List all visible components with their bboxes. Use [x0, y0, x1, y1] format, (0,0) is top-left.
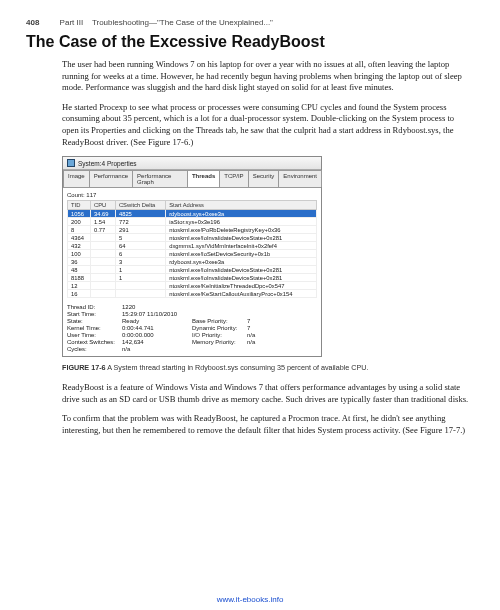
cell: 12 — [68, 282, 91, 290]
cell: 4364 — [68, 234, 91, 242]
table-row[interactable]: 1006ntoskrnl.exe!IoSetDeviceSecurity+0x1… — [68, 250, 317, 258]
label: Base Priority: — [192, 318, 247, 324]
label: Memory Priority: — [192, 339, 247, 345]
cell: 34.69 — [91, 210, 116, 218]
table-row[interactable]: 16ntoskrnl.exe!KeStartCalloutAuxiliaryPr… — [68, 290, 317, 298]
cell: 0.77 — [91, 226, 116, 234]
table-row[interactable]: 81881ntoskrnl.exe!IoInvalidateDeviceStat… — [68, 274, 317, 282]
cell: 4825 — [115, 210, 165, 218]
count-value: 117 — [86, 192, 96, 198]
cell: iaStor.sys+0x3e196 — [166, 218, 317, 226]
cell: 8 — [68, 226, 91, 234]
label: State: — [67, 318, 122, 324]
tab-threads[interactable]: Threads — [187, 170, 220, 187]
cell — [91, 290, 116, 298]
cell: ntoskrnl.exe!PoRbDeleteRegistryKey+0x36 — [166, 226, 317, 234]
table-row[interactable]: 12ntoskrnl.exe!KeInitializeThreadedDpc+0… — [68, 282, 317, 290]
app-icon — [67, 159, 75, 167]
cell: ntoskrnl.exe!IoInvalidateDeviceState+0x2… — [166, 234, 317, 242]
figure-caption: FIGURE 17-6 A System thread starting in … — [62, 363, 474, 372]
tab-tcpip[interactable]: TCP/IP — [219, 170, 248, 187]
cell: 100 — [68, 250, 91, 258]
label: User Time: — [67, 332, 122, 338]
properties-window: System:4 Properties Image Performance Pe… — [62, 156, 322, 357]
part-title: Troubleshooting—"The Case of the Unexpla… — [92, 18, 273, 27]
value: 7 — [247, 318, 277, 324]
tab-performance-graph[interactable]: Performance Graph — [132, 170, 188, 187]
value: 0:00:00.000 — [122, 332, 192, 338]
cell — [91, 258, 116, 266]
cell: rdyboost.sys+0xee3a — [166, 258, 317, 266]
cell: 291 — [115, 226, 165, 234]
cell: 1056 — [68, 210, 91, 218]
table-row[interactable]: 363rdyboost.sys+0xee3a — [68, 258, 317, 266]
window-title: System:4 Properties — [78, 160, 137, 167]
table-row[interactable]: 481ntoskrnl.exe!IoInvalidateDeviceState+… — [68, 266, 317, 274]
cell: 1 — [115, 274, 165, 282]
col-startaddr[interactable]: Start Address — [166, 201, 317, 210]
value: 15:29:07 11/10/2010 — [122, 311, 192, 317]
label: Cycles: — [67, 346, 122, 352]
table-row[interactable]: 105634.694825rdyboost.sys+0xee3a — [68, 210, 317, 218]
label: Dynamic Priority: — [192, 325, 247, 331]
cell: ntoskrnl.exe!IoSetDeviceSecurity+0x1b — [166, 250, 317, 258]
paragraph: He started Procexp to see what process o… — [62, 102, 470, 148]
cell — [91, 282, 116, 290]
paragraph: To confirm that the problem was with Rea… — [62, 413, 470, 436]
cell — [91, 234, 116, 242]
cell — [115, 290, 165, 298]
cell: 432 — [68, 242, 91, 250]
table-row[interactable]: 43264dxgmms1.sys!VidMmInterfaceInit+0x2f… — [68, 242, 317, 250]
label: Start Time: — [67, 311, 122, 317]
value: n/a — [247, 339, 277, 345]
cell: 64 — [115, 242, 165, 250]
cell — [91, 266, 116, 274]
count-label: Count: — [67, 192, 85, 198]
cell — [115, 282, 165, 290]
label: I/O Priority: — [192, 332, 247, 338]
cell: 200 — [68, 218, 91, 226]
col-cpu[interactable]: CPU — [91, 201, 116, 210]
cell — [91, 242, 116, 250]
cell — [91, 274, 116, 282]
tab-image[interactable]: Image — [63, 170, 90, 187]
col-tid[interactable]: TID — [68, 201, 91, 210]
paragraph: ReadyBoost is a feature of Windows Vista… — [62, 382, 470, 405]
cell: 3 — [115, 258, 165, 266]
cell: 6 — [115, 250, 165, 258]
cell: dxgmms1.sys!VidMmInterfaceInit+0x2fef4 — [166, 242, 317, 250]
tab-environment[interactable]: Environment — [278, 170, 322, 187]
tab-performance[interactable]: Performance — [89, 170, 133, 187]
table-row[interactable]: 80.77291ntoskrnl.exe!PoRbDeleteRegistryK… — [68, 226, 317, 234]
cell — [91, 250, 116, 258]
cell: 5 — [115, 234, 165, 242]
cell: ntoskrnl.exe!KeInitializeThreadedDpc+0x5… — [166, 282, 317, 290]
page-number: 408 — [26, 18, 39, 27]
value: n/a — [247, 332, 277, 338]
threads-panel: Count: 117 TID CPU CSwitch Delta Start A… — [63, 188, 321, 356]
cell: 772 — [115, 218, 165, 226]
cell: 8188 — [68, 274, 91, 282]
table-row[interactable]: 2001.54772iaStor.sys+0x3e196 — [68, 218, 317, 226]
tab-security[interactable]: Security — [248, 170, 280, 187]
value: n/a — [122, 346, 192, 352]
label: Thread ID: — [67, 304, 122, 310]
cell: ntoskrnl.exe!IoInvalidateDeviceState+0x2… — [166, 274, 317, 282]
cell: 48 — [68, 266, 91, 274]
cell: rdyboost.sys+0xee3a — [166, 210, 317, 218]
value: 1220 — [122, 304, 192, 310]
value: 7 — [247, 325, 277, 331]
label: Context Switches: — [67, 339, 122, 345]
table-row[interactable]: 43645ntoskrnl.exe!IoInvalidateDeviceStat… — [68, 234, 317, 242]
threads-table: TID CPU CSwitch Delta Start Address 1056… — [67, 200, 317, 298]
value: 0:00:44.741 — [122, 325, 192, 331]
value: Ready — [122, 318, 192, 324]
value: 142,634 — [122, 339, 192, 345]
tab-strip: Image Performance Performance Graph Thre… — [63, 170, 321, 188]
caption-text: A System thread starting in Rdyboost.sys… — [107, 363, 368, 372]
paragraph: The user had been running Windows 7 on h… — [62, 59, 470, 94]
footer-link[interactable]: www.it-ebooks.info — [0, 595, 500, 604]
col-cswitch[interactable]: CSwitch Delta — [115, 201, 165, 210]
cell: 16 — [68, 290, 91, 298]
cell: 1.54 — [91, 218, 116, 226]
